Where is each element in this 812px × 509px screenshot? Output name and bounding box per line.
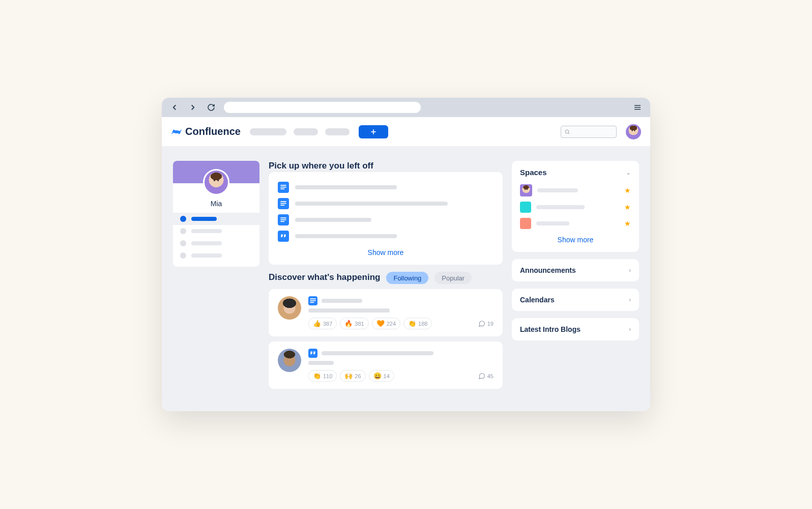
- quote-icon: [308, 349, 317, 358]
- svg-rect-7: [280, 185, 286, 186]
- filter-following[interactable]: Following: [386, 272, 428, 284]
- page-icon: [278, 198, 289, 209]
- svg-rect-11: [280, 203, 286, 204]
- pickup-show-more[interactable]: Show more: [278, 244, 494, 258]
- feed-avatar[interactable]: [278, 349, 301, 372]
- reaction[interactable]: 👏110: [308, 370, 337, 382]
- reaction[interactable]: 🔥381: [340, 318, 368, 329]
- spaces-card: Spaces ⌄ ★ ★ ★ Show more: [512, 161, 639, 252]
- doc-row[interactable]: [278, 212, 494, 228]
- space-icon: [520, 202, 531, 213]
- pickup-card: Show more: [269, 172, 503, 265]
- profile-avatar[interactable]: [203, 169, 229, 195]
- svg-rect-12: [280, 205, 284, 206]
- browser-window: Confluence Mia Pick up where you le: [162, 98, 650, 411]
- feed-avatar[interactable]: [278, 296, 301, 320]
- doc-row[interactable]: [278, 228, 494, 244]
- pickup-section: Pick up where you left off Show more: [269, 161, 503, 265]
- confluence-icon: [171, 126, 182, 137]
- main-content: Mia Pick up where you left off Show more: [162, 147, 650, 411]
- search-input[interactable]: [561, 126, 617, 138]
- reactions: 👏110 🙌26 😄14 45: [308, 370, 494, 382]
- back-button[interactable]: [169, 102, 180, 113]
- announcements-link[interactable]: Announcements ›: [512, 259, 639, 281]
- reactions: 👍387 🔥381 🧡224 👏188 19: [308, 318, 494, 329]
- browser-chrome: [162, 98, 650, 117]
- nav-item[interactable]: [294, 128, 318, 135]
- feed-item: 👏110 🙌26 😄14 45: [269, 342, 503, 389]
- latest-blogs-link[interactable]: Latest Intro Blogs ›: [512, 318, 639, 341]
- svg-rect-8: [280, 187, 286, 188]
- svg-line-6: [568, 133, 570, 134]
- right-column: Spaces ⌄ ★ ★ ★ Show more Announcements ›…: [512, 161, 639, 411]
- chevron-right-icon: ›: [629, 267, 631, 274]
- profile-name: Mia: [173, 195, 259, 213]
- svg-rect-16: [310, 298, 316, 299]
- quote-icon: [278, 231, 289, 242]
- page-icon: [278, 214, 289, 225]
- chevron-right-icon: ›: [629, 326, 631, 333]
- confluence-logo[interactable]: Confluence: [171, 126, 241, 137]
- spaces-show-more[interactable]: Show more: [520, 232, 631, 245]
- profile-nav-item[interactable]: [173, 249, 259, 262]
- svg-rect-10: [280, 201, 286, 202]
- chevron-right-icon: ›: [629, 296, 631, 303]
- nav-item[interactable]: [325, 128, 350, 135]
- search-icon: [564, 129, 570, 135]
- star-icon[interactable]: ★: [624, 186, 631, 194]
- svg-point-5: [565, 130, 569, 133]
- header-nav: [250, 128, 350, 135]
- svg-rect-15: [280, 221, 284, 222]
- app-header: Confluence: [162, 117, 650, 147]
- forward-button[interactable]: [187, 102, 198, 113]
- star-icon[interactable]: ★: [624, 203, 631, 211]
- profile-nav-item[interactable]: [173, 237, 259, 249]
- discover-section: Discover what's happening Following Popu…: [269, 272, 503, 389]
- comment-count[interactable]: 19: [478, 320, 494, 327]
- reaction[interactable]: 👍387: [308, 318, 337, 329]
- chevron-down-icon[interactable]: ⌄: [626, 169, 631, 176]
- space-item[interactable]: ★: [520, 182, 631, 199]
- spaces-title: Spaces: [520, 168, 547, 177]
- reaction[interactable]: 🧡224: [372, 318, 400, 329]
- comment-icon: [478, 373, 485, 380]
- reaction[interactable]: 👏188: [403, 318, 432, 329]
- page-icon: [308, 296, 317, 305]
- page-icon: [278, 182, 289, 193]
- doc-row[interactable]: [278, 179, 494, 195]
- svg-rect-9: [280, 188, 284, 189]
- discover-title: Discover what's happening: [269, 272, 380, 282]
- calendars-link[interactable]: Calendars ›: [512, 289, 639, 311]
- pickup-title: Pick up where you left off: [269, 161, 503, 171]
- url-bar[interactable]: [224, 102, 421, 113]
- reaction[interactable]: 🙌26: [340, 370, 365, 382]
- app-name: Confluence: [185, 126, 241, 137]
- svg-rect-13: [280, 217, 286, 218]
- doc-row[interactable]: [278, 195, 494, 212]
- comment-count[interactable]: 45: [478, 373, 494, 380]
- browser-menu-button[interactable]: [632, 102, 643, 113]
- svg-rect-18: [310, 302, 314, 303]
- profile-nav-item[interactable]: [173, 225, 259, 237]
- profile-card: Mia: [173, 161, 259, 267]
- nav-item[interactable]: [250, 128, 286, 135]
- profile-nav-item[interactable]: [173, 213, 259, 225]
- filter-popular[interactable]: Popular: [434, 272, 472, 284]
- space-icon: [520, 184, 532, 196]
- comment-icon: [478, 320, 485, 327]
- profile-nav: [173, 213, 259, 267]
- reaction[interactable]: 😄14: [369, 370, 394, 382]
- star-icon[interactable]: ★: [624, 219, 631, 228]
- main-column: Pick up where you left off Show more Dis…: [269, 161, 503, 411]
- create-button[interactable]: [359, 125, 388, 138]
- space-icon: [520, 218, 531, 229]
- svg-rect-14: [280, 219, 286, 220]
- user-avatar[interactable]: [626, 124, 641, 139]
- reload-button[interactable]: [206, 102, 217, 113]
- svg-rect-17: [310, 300, 316, 301]
- feed-item: 👍387 🔥381 🧡224 👏188 19: [269, 289, 503, 336]
- space-item[interactable]: ★: [520, 215, 631, 232]
- space-item[interactable]: ★: [520, 199, 631, 215]
